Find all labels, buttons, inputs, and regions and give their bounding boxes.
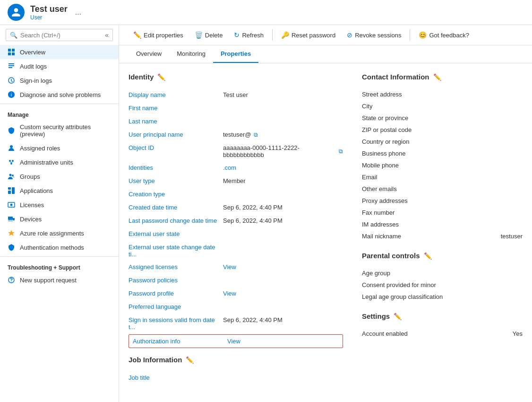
avatar bbox=[8, 4, 25, 21]
svg-rect-1 bbox=[12, 49, 15, 52]
prop-password-profile: Password profile View bbox=[129, 287, 343, 300]
auth-info-link[interactable]: View bbox=[227, 338, 240, 345]
contact-country: Country or region bbox=[362, 136, 523, 148]
prop-identities: Identities .com bbox=[129, 161, 343, 175]
sidebar-item-admin-units[interactable]: Administrative units bbox=[0, 155, 119, 169]
contact-zip: ZIP or postal code bbox=[362, 124, 523, 136]
contact-edit-icon[interactable]: ✏️ bbox=[433, 73, 441, 81]
tab-properties[interactable]: Properties bbox=[213, 45, 258, 63]
search-box[interactable]: 🔍 « bbox=[6, 29, 113, 41]
contact-im: IM addresses bbox=[362, 218, 523, 230]
sidebar-item-custom-security[interactable]: Custom security attributes (preview) bbox=[0, 120, 119, 141]
parental-edit-icon[interactable]: ✏️ bbox=[424, 252, 432, 260]
feedback-button[interactable]: 😊 Got feedback? bbox=[414, 29, 474, 41]
contact-business-phone: Business phone bbox=[362, 148, 523, 159]
sidebar-item-diagnose[interactable]: Diagnose and solve problems bbox=[0, 87, 119, 102]
contact-street: Street address bbox=[362, 88, 523, 100]
sidebar-item-label: Azure role assignments bbox=[20, 230, 84, 237]
assigned-licenses-link[interactable]: View bbox=[223, 263, 236, 271]
sidebar-item-overview[interactable]: Overview bbox=[0, 45, 119, 59]
diagnose-icon bbox=[8, 91, 15, 98]
identity-edit-icon[interactable]: ✏️ bbox=[157, 73, 165, 81]
licenses-icon bbox=[8, 201, 15, 209]
manage-section-header: Manage bbox=[0, 106, 119, 120]
sidebar-item-label: Devices bbox=[20, 216, 42, 223]
job-edit-icon[interactable]: ✏️ bbox=[186, 356, 194, 364]
identities-link[interactable]: .com bbox=[223, 164, 236, 171]
svg-rect-0 bbox=[8, 49, 11, 52]
contact-other-emails: Other emails bbox=[362, 183, 523, 195]
prop-display-name: Display name Test user bbox=[129, 88, 343, 102]
tab-monitoring[interactable]: Monitoring bbox=[169, 45, 213, 63]
sidebar-item-sign-in-logs[interactable]: Sign-in logs bbox=[0, 73, 119, 87]
sidebar-item-label: Groups bbox=[20, 173, 40, 180]
header-more-button[interactable]: ... bbox=[75, 8, 81, 17]
svg-point-12 bbox=[12, 175, 14, 176]
troubleshooting-section-header: Troubleshooting + Support bbox=[0, 259, 119, 273]
sidebar-item-devices[interactable]: Devices bbox=[0, 212, 119, 226]
sidebar-item-label: New support request bbox=[20, 277, 77, 284]
contact-fax: Fax number bbox=[362, 207, 523, 218]
tabs-bar: Overview Monitoring Properties bbox=[119, 45, 532, 63]
identity-title: Identity bbox=[129, 73, 154, 81]
svg-point-17 bbox=[10, 204, 13, 206]
svg-point-7 bbox=[12, 160, 14, 162]
new-support-icon bbox=[8, 276, 15, 284]
collapse-button[interactable]: « bbox=[105, 31, 109, 39]
refresh-button[interactable]: ↻ Refresh bbox=[229, 29, 268, 41]
svg-rect-14 bbox=[12, 187, 15, 194]
page-header: Test user User ... bbox=[0, 0, 532, 25]
prop-external-user-state: External user state bbox=[129, 227, 343, 241]
sidebar-item-auth-methods[interactable]: Authentication methods bbox=[0, 240, 119, 254]
user-name: Test user bbox=[30, 4, 68, 14]
sidebar-item-label: Diagnose and solve problems bbox=[20, 91, 101, 98]
sidebar-item-assigned-roles[interactable]: Assigned roles bbox=[0, 141, 119, 155]
contact-section-header: Contact Information ✏️ bbox=[362, 73, 523, 81]
devices-icon bbox=[8, 215, 15, 223]
svg-point-6 bbox=[9, 160, 11, 162]
prop-first-name: First name bbox=[129, 102, 343, 115]
sidebar-item-groups[interactable]: Groups bbox=[0, 169, 119, 184]
svg-rect-2 bbox=[8, 52, 11, 55]
parental-age-group: Age group bbox=[362, 267, 523, 279]
delete-button[interactable]: 🗑️ Delete bbox=[190, 29, 228, 41]
prop-object-id: Object ID aaaaaaaa-0000-1111-2222-bbbbbb… bbox=[129, 141, 343, 161]
edit-icon: ✏️ bbox=[133, 31, 141, 39]
revoke-icon: ⊘ bbox=[347, 31, 352, 39]
copy-upn-icon[interactable]: ⧉ bbox=[254, 131, 258, 138]
toolbar-divider-2 bbox=[410, 29, 410, 41]
reset-password-button[interactable]: 🔑 Reset password bbox=[276, 29, 340, 41]
sidebar-item-new-support[interactable]: New support request bbox=[0, 273, 119, 287]
sidebar-item-audit-logs[interactable]: Audit logs bbox=[0, 59, 119, 73]
header-title: Test user User bbox=[30, 4, 68, 21]
svg-point-5 bbox=[10, 145, 13, 148]
settings-edit-icon[interactable]: ✏️ bbox=[394, 313, 402, 320]
svg-rect-18 bbox=[8, 217, 13, 220]
sidebar-item-licenses[interactable]: Licenses bbox=[0, 198, 119, 212]
parental-legal-age: Legal age group classification bbox=[362, 291, 523, 303]
svg-point-11 bbox=[9, 174, 12, 176]
job-section-header: Job Information ✏️ bbox=[129, 356, 343, 364]
sidebar-item-azure-roles[interactable]: Azure role assignments bbox=[0, 226, 119, 240]
assigned-roles-icon bbox=[8, 144, 15, 152]
search-input[interactable] bbox=[20, 32, 102, 39]
tab-overview[interactable]: Overview bbox=[129, 45, 169, 63]
revoke-sessions-button[interactable]: ⊘ Revoke sessions bbox=[342, 29, 406, 41]
sign-in-logs-icon bbox=[8, 77, 15, 84]
groups-icon bbox=[8, 173, 15, 180]
prop-password-policies: Password policies bbox=[129, 274, 343, 287]
password-profile-link[interactable]: View bbox=[223, 290, 236, 297]
identity-section-header: Identity ✏️ bbox=[129, 73, 343, 81]
applications-icon bbox=[8, 187, 15, 194]
overview-icon bbox=[8, 48, 15, 56]
azure-roles-icon bbox=[8, 229, 15, 237]
sidebar-item-applications[interactable]: Applications bbox=[0, 184, 119, 198]
auth-methods-icon bbox=[8, 244, 15, 251]
copy-objectid-icon[interactable]: ⧉ bbox=[339, 148, 343, 155]
search-icon: 🔍 bbox=[10, 32, 17, 39]
content-area: ✏️ Edit properties 🗑️ Delete ↻ Refresh 🔑… bbox=[119, 25, 532, 402]
audit-logs-icon bbox=[8, 62, 15, 70]
left-column: Identity ✏️ Display name Test user First… bbox=[129, 73, 343, 385]
parental-section-header: Parental controls ✏️ bbox=[362, 252, 523, 260]
edit-properties-button[interactable]: ✏️ Edit properties bbox=[129, 29, 188, 41]
